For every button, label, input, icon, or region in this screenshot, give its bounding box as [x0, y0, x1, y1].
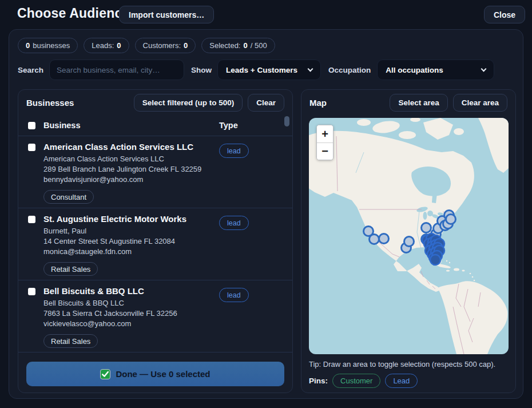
done-button-label: Done — Use 0 selected — [116, 369, 210, 379]
business-email: monica@staugele.fdn.com — [43, 247, 215, 257]
businesses-title: Businesses — [26, 98, 74, 108]
type-badge: lead — [219, 216, 249, 230]
table-header: Business Type — [18, 115, 292, 136]
page-title: Choose Audience — [17, 6, 129, 21]
business-info: Bell Biscuits & BBQ LLC Bell Biscuits & … — [43, 286, 219, 352]
done-area: Done — Use 0 selected — [18, 352, 292, 386]
map-pin[interactable] — [370, 235, 379, 244]
business-contact: Burnett, Paul — [43, 226, 215, 236]
selected-count-pill: Selected: 0 / 500 — [201, 38, 275, 53]
businesses-list: Business Type American Class Action Serv… — [18, 115, 292, 352]
select-area-button[interactable]: Select area — [390, 94, 447, 112]
pins-legend: Pins: Customer Lead — [309, 374, 508, 388]
filters-row: Search Show Leads + Customers Occupation… — [18, 60, 494, 80]
map-pin[interactable] — [404, 237, 414, 247]
businesses-count-label: businesses — [33, 41, 70, 50]
business-info: St. Augustine Electric Motor Works Burne… — [43, 214, 219, 280]
business-name: Bell Biscuits & BBQ LLC — [43, 286, 215, 296]
row-checkbox[interactable] — [28, 288, 35, 295]
map-svg — [309, 118, 509, 354]
business-info: American Class Action Services LLC Ameri… — [43, 142, 219, 208]
search-input[interactable] — [49, 60, 184, 80]
audience-panel: 0 businesses Leads: 0 Customers: 0 Selec… — [9, 29, 523, 399]
table-row[interactable]: Bell Biscuits & BBQ LLC Bell Biscuits & … — [18, 280, 292, 352]
clear-area-button[interactable]: Clear area — [453, 94, 507, 112]
leads-count-pill: Leads: 0 — [84, 38, 129, 53]
occupation-select-value: All occupations — [386, 66, 443, 74]
select-all-checkbox[interactable] — [28, 122, 35, 129]
pins-label: Pins: — [309, 377, 328, 385]
selected-label: Selected: — [209, 41, 240, 50]
leads-count: 0 — [117, 41, 121, 50]
occupation-tag: Consultant — [43, 190, 94, 204]
map-tip: Tip: Draw an area to toggle selection (r… — [309, 360, 508, 369]
occupation-select[interactable]: All occupations — [377, 60, 494, 80]
column-type: Type — [219, 121, 292, 130]
row-checkbox[interactable] — [28, 216, 35, 223]
show-label: Show — [191, 66, 212, 74]
business-name: St. Augustine Electric Motor Works — [43, 214, 215, 224]
search-label: Search — [18, 66, 43, 74]
map-pin[interactable] — [430, 255, 440, 265]
occupation-tag: Retail Sales — [43, 334, 98, 348]
selected-count: 0 — [243, 41, 247, 50]
map-zoom-control: + − — [316, 125, 334, 160]
business-address: 289 Bell Branch Lane Julington Creek FL … — [43, 164, 215, 175]
customers-count-pill: Customers: 0 — [135, 38, 196, 53]
import-customers-button[interactable]: Import customers… — [119, 6, 214, 23]
done-button[interactable]: Done — Use 0 selected — [26, 362, 284, 386]
scrollbar-thumb[interactable] — [284, 116, 289, 126]
businesses-count-pill: 0 businesses — [18, 38, 78, 53]
check-icon — [100, 369, 110, 379]
leads-label: Leads: — [92, 41, 114, 50]
business-contact: Bell Biscuits & BBQ LLC — [43, 298, 215, 308]
row-checkbox[interactable] — [28, 144, 35, 151]
map-pin[interactable] — [422, 223, 431, 233]
legend-customer-badge: Customer — [332, 374, 380, 388]
occupation-tag: Retail Sales — [43, 262, 98, 276]
chevron-down-icon — [481, 66, 487, 72]
stats-bar: 0 businesses Leads: 0 Customers: 0 Selec… — [18, 38, 275, 53]
zoom-in-button[interactable]: + — [317, 125, 333, 142]
map-panel: Map Select area Clear area — [301, 89, 516, 393]
map-title: Map — [309, 98, 327, 108]
business-email: bennydavisjunior@yahoo.com — [43, 175, 215, 185]
type-badge: lead — [219, 288, 249, 302]
select-filtered-button[interactable]: Select filtered (up to 500) — [134, 94, 243, 112]
business-email: vickievelasco@yahoo.com — [43, 319, 215, 329]
businesses-count: 0 — [26, 41, 30, 50]
occupation-label: Occupation — [328, 66, 371, 74]
business-contact: American Class Action Services LLC — [43, 154, 215, 164]
customers-label: Customers: — [143, 41, 181, 50]
zoom-out-button[interactable]: − — [317, 142, 333, 160]
clear-selection-button[interactable]: Clear — [248, 94, 284, 112]
map-pin[interactable] — [446, 215, 456, 224]
close-button[interactable]: Close — [484, 6, 525, 23]
businesses-panel-header: Businesses Select filtered (up to 500) C… — [18, 90, 292, 115]
map-panel-header: Map Select area Clear area — [301, 90, 515, 115]
legend-lead-badge: Lead — [385, 374, 418, 388]
customers-count: 0 — [184, 41, 188, 50]
chevron-down-icon — [308, 66, 313, 72]
map-pin[interactable] — [379, 234, 389, 244]
map-canvas[interactable]: + − — [309, 118, 509, 354]
table-row[interactable]: St. Augustine Electric Motor Works Burne… — [18, 208, 292, 280]
table-row[interactable]: American Class Action Services LLC Ameri… — [18, 136, 292, 208]
business-name: American Class Action Services LLC — [43, 142, 215, 152]
business-address: 14 Center Street St Augustine FL 32084 — [43, 236, 215, 247]
business-address: 7863 La Sierra Ct Jacksonville FL 32256 — [43, 308, 215, 319]
selected-cap: / 500 — [251, 41, 267, 50]
businesses-panel: Businesses Select filtered (up to 500) C… — [18, 89, 293, 393]
type-badge: lead — [219, 144, 249, 158]
show-select-value: Leads + Customers — [226, 66, 297, 74]
column-business: Business — [43, 121, 219, 130]
show-select[interactable]: Leads + Customers — [217, 60, 321, 80]
choose-audience-dialog: Choose Audience Import customers… Close … — [0, 0, 532, 408]
